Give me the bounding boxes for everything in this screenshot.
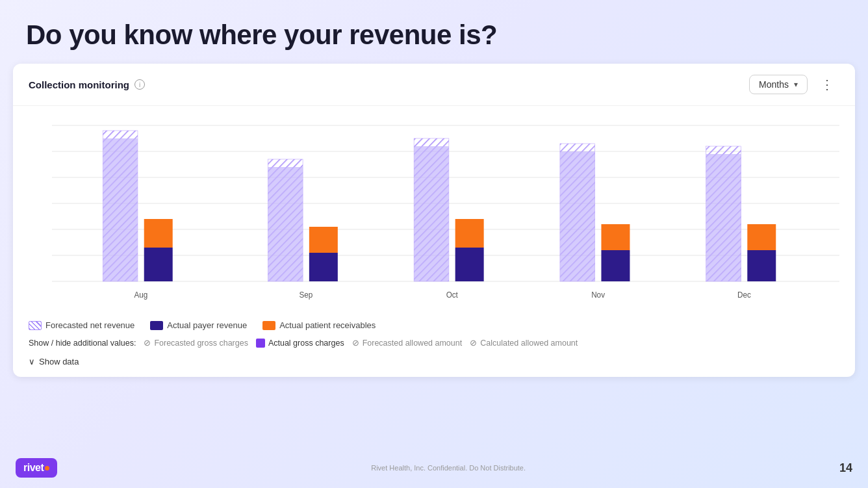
nov-actual-gross-bar (560, 151, 595, 281)
legend-orange-swatch (262, 321, 275, 330)
sep-actual-gross-bar (268, 167, 303, 281)
nov-patient-bar (601, 224, 630, 250)
dec-payer-bar (747, 250, 776, 281)
aug-patient-bar (144, 219, 173, 248)
legend-payer: Actual payer revenue (150, 320, 247, 330)
toggle-forecasted-gross-label: Forecasted gross charges (154, 339, 248, 348)
legend-forecasted: Forecasted net revenue (29, 320, 134, 330)
toggle-forecasted-allowed[interactable]: ⊘ Forecasted allowed amount (352, 338, 463, 348)
more-menu-button[interactable]: ⋮ (815, 74, 839, 95)
svg-text:Aug: Aug (134, 290, 147, 300)
legend-patient-label: Actual patient receivables (279, 320, 376, 330)
toggle-row-label: Show / hide additional values: (29, 339, 136, 348)
rivet-badge: rivet (16, 458, 57, 478)
toggle-calculated-label: Calculated allowed amount (480, 339, 578, 348)
legend-payer-label: Actual payer revenue (167, 320, 247, 330)
aug-payer-bar (144, 248, 173, 281)
aug-actual-gross-bar (103, 138, 138, 281)
card-title-group: Collection monitoring i (29, 79, 145, 90)
oct-patient-bar (455, 219, 484, 248)
toggle-actual-gross[interactable]: Actual gross charges (256, 339, 344, 348)
eye-slash-icon-2: ⊘ (352, 338, 359, 348)
months-select[interactable]: Months ▾ (749, 75, 808, 94)
eye-slash-icon-1: ⊘ (144, 338, 151, 348)
show-data-label: Show data (39, 357, 79, 366)
dec-patient-bar (747, 224, 776, 250)
page-title: Do you know where your revenue is? (26, 19, 842, 51)
card-controls: Months ▾ ⋮ (749, 74, 839, 95)
legend-forecasted-label: Forecasted net revenue (45, 320, 134, 330)
oct-actual-gross-bar (414, 146, 449, 281)
logo-dot (45, 466, 49, 470)
footer-text: Rivet Health, Inc. Confidential. Do Not … (371, 464, 526, 472)
sep-patient-bar (309, 227, 338, 253)
chevron-down-show-icon: ∨ (29, 357, 35, 366)
bar-chart: $60M $50M $40M $30M $20M $10M $0 Aug (52, 112, 839, 307)
nov-payer-bar (601, 250, 630, 281)
svg-text:Sep: Sep (300, 290, 313, 300)
chevron-down-icon: ▾ (794, 80, 798, 89)
show-data-button[interactable]: ∨ Show data (29, 357, 839, 366)
toggle-actual-gross-label: Actual gross charges (268, 339, 344, 348)
chart-area: $60M $50M $40M $30M $20M $10M $0 Aug (13, 106, 855, 310)
card-title: Collection monitoring (29, 79, 129, 90)
info-icon[interactable]: i (134, 79, 145, 90)
toggle-forecasted-gross[interactable]: ⊘ Forecasted gross charges (144, 338, 248, 348)
svg-text:Nov: Nov (591, 290, 605, 300)
page-footer: rivet Rivet Health, Inc. Confidential. D… (0, 458, 868, 478)
collection-card: Collection monitoring i Months ▾ ⋮ (13, 64, 855, 377)
rivet-logo: rivet (16, 458, 57, 478)
card-header: Collection monitoring i Months ▾ ⋮ (13, 64, 855, 106)
toggle-calculated-allowed[interactable]: ⊘ Calculated allowed amount (470, 338, 578, 348)
logo-text: rivet (23, 462, 44, 473)
legend-hatched-swatch (29, 321, 42, 330)
months-label: Months (759, 79, 789, 90)
page-header: Do you know where your revenue is? (0, 0, 868, 64)
active-gross-swatch (256, 339, 265, 348)
toggle-row: Show / hide additional values: ⊘ Forecas… (13, 335, 855, 353)
legend-dark-swatch (150, 321, 163, 330)
eye-slash-icon-3: ⊘ (470, 338, 477, 348)
toggle-forecasted-allowed-label: Forecasted allowed amount (363, 339, 463, 348)
page-number: 14 (839, 461, 852, 475)
svg-text:Oct: Oct (446, 290, 459, 300)
sep-payer-bar (309, 253, 338, 281)
svg-text:Dec: Dec (737, 290, 751, 300)
oct-payer-bar (455, 248, 484, 281)
show-data-row: ∨ Show data (13, 353, 855, 377)
legend-patient: Actual patient receivables (262, 320, 376, 330)
dec-actual-gross-bar (706, 154, 741, 281)
chart-legend: Forecasted net revenue Actual payer reve… (13, 310, 855, 335)
